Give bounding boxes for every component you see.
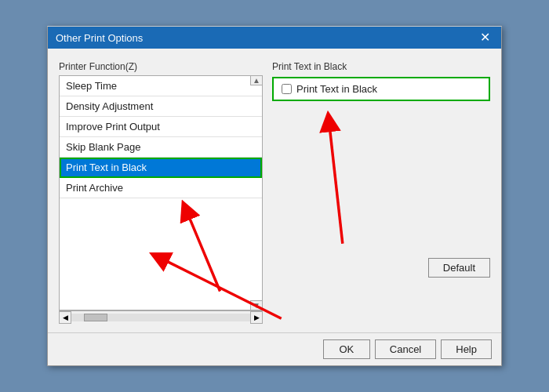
- cancel-button[interactable]: Cancel: [375, 339, 436, 359]
- list-item[interactable]: Print Text in Black: [60, 158, 262, 178]
- scroll-up-arrow[interactable]: ▲: [250, 75, 263, 85]
- list-item[interactable]: Density Adjustment: [60, 96, 262, 117]
- title-bar: Other Print Options ✕: [48, 27, 501, 49]
- scroll-left-button[interactable]: ◀: [59, 311, 71, 324]
- print-text-in-black-checkbox[interactable]: [282, 84, 292, 94]
- list-item[interactable]: Improve Print Output: [60, 117, 262, 137]
- bottom-bar: OK Cancel Help: [48, 332, 501, 365]
- printer-function-list[interactable]: Sleep TimeDensity AdjustmentImprove Prin…: [59, 75, 263, 310]
- list-item[interactable]: Skip Blank Page: [60, 137, 262, 158]
- scroll-right-button[interactable]: ▶: [250, 311, 263, 324]
- list-wrapper: Sleep TimeDensity AdjustmentImprove Prin…: [59, 75, 263, 310]
- print-text-in-black-checkbox-label[interactable]: Print Text in Black: [296, 83, 377, 95]
- close-button[interactable]: ✕: [477, 31, 493, 44]
- print-text-in-black-label: Print Text in Black: [272, 61, 490, 72]
- default-btn-row: Default: [272, 258, 490, 278]
- list-item[interactable]: Print Archive: [60, 178, 262, 198]
- main-content: Printer Function(Z) Sleep TimeDensity Ad…: [59, 61, 490, 323]
- help-button[interactable]: Help: [441, 339, 492, 359]
- default-button[interactable]: Default: [428, 258, 490, 278]
- left-panel: Printer Function(Z) Sleep TimeDensity Ad…: [59, 61, 263, 323]
- right-panel: Print Text in Black Print Text in Black …: [272, 61, 490, 323]
- print-text-in-black-option: Print Text in Black: [272, 77, 490, 101]
- dialog-body: Printer Function(Z) Sleep TimeDensity Ad…: [48, 49, 501, 332]
- scroll-thumb[interactable]: [84, 314, 107, 321]
- list-item[interactable]: Sleep Time: [60, 76, 262, 96]
- printer-function-label: Printer Function(Z): [59, 61, 263, 72]
- dialog-title: Other Print Options: [56, 32, 143, 44]
- scroll-down-arrow[interactable]: ▼: [250, 300, 263, 310]
- ok-button[interactable]: OK: [323, 339, 370, 359]
- horizontal-scrollbar[interactable]: ◀ ▶: [59, 310, 263, 323]
- dialog: Other Print Options ✕ Printer Function(Z…: [47, 26, 502, 366]
- dialog-wrapper: Other Print Options ✕ Printer Function(Z…: [47, 26, 502, 366]
